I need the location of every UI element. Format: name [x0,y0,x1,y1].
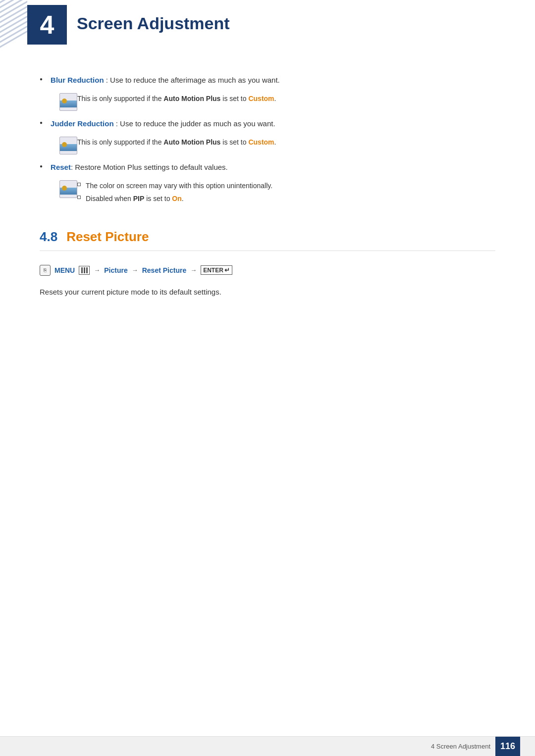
square-bullet [77,183,81,186]
stripe-line [0,0,27,14]
bullet-text-blur: Blur Reduction : Use to reduce the after… [51,74,280,86]
main-content: ● Blur Reduction : Use to reduce the aft… [0,54,535,353]
arrow3: → [190,266,197,274]
section-48: 4.8 Reset Picture ⎘ MENU → Picture → Res… [40,229,495,299]
note-icon [59,137,77,154]
judder-text: : Use to reduce the judder as much as yo… [114,119,275,128]
sub-note-2: Disabled when PIP is set to On. [77,193,272,204]
term-blur-reduction: Blur Reduction [51,76,104,84]
blur-reduction-section: ● Blur Reduction : Use to reduce the aft… [40,74,495,111]
term-reset: Reset [51,163,71,171]
menu-path: ⎘ MENU → Picture → Reset Picture → ENTER… [40,265,495,276]
path-picture: Picture [104,266,127,274]
bar3 [86,267,88,273]
sub-note-2-text: Disabled when PIP is set to On. [86,193,184,204]
bullet-text-reset: Reset: Restore Motion Plus settings to d… [51,161,228,173]
sub-note-1: The color on screen may vary with this o… [77,180,272,191]
enter-box: ENTER↵ [201,265,232,275]
arrow1: → [94,266,100,274]
enter-icon: ↵ [224,266,230,274]
sub-note-block-reset: The color on screen may vary with this o… [59,180,495,204]
footer-page-number: 116 [495,737,520,756]
remote-icon: ⎘ [40,265,51,276]
bar2 [84,267,85,273]
note-text-blur: This is only supported if the Auto Motio… [77,93,276,104]
note-icon [59,180,77,198]
bullet-dot: ● [40,163,43,169]
note-icon [59,93,77,111]
path-reset-picture: Reset Picture [142,266,186,274]
bullet-item-judder: ● Judder Reduction : Use to reduce the j… [40,118,495,130]
stripe-decoration [0,0,27,54]
chapter-number: 4 [40,12,54,38]
footer-chapter-text: 4 Screen Adjustment [431,743,490,750]
term-judder-reduction: Judder Reduction [51,119,114,128]
bullet-item-reset: ● Reset: Restore Motion Plus settings to… [40,161,495,173]
chapter-number-block: 4 [27,5,67,45]
bullet-dot: ● [40,76,43,82]
bullet-item-blur: ● Blur Reduction : Use to reduce the aft… [40,74,495,86]
sub-notes: The color on screen may vary with this o… [77,180,272,204]
page-footer: 4 Screen Adjustment 116 [0,736,535,756]
bars-icon [79,266,90,275]
chapter-title: Screen Adjustment [77,14,230,33]
square-bullet [77,196,81,199]
reset-text: : Restore Motion Plus settings to defaul… [71,163,228,171]
section-description: Resets your current picture mode to its … [40,286,495,299]
note-judder: This is only supported if the Auto Motio… [59,137,495,154]
menu-label: MENU [54,266,75,274]
judder-reduction-section: ● Judder Reduction : Use to reduce the j… [40,118,495,154]
arrow2: → [132,266,138,274]
section-48-title: Reset Picture [66,229,149,245]
page-header: 4 Screen Adjustment [0,0,535,54]
blur-text: : Use to reduce the afterimage as much a… [104,76,280,84]
section-title-line: 4.8 Reset Picture [40,229,495,251]
enter-label: ENTER [203,267,223,274]
reset-section: ● Reset: Restore Motion Plus settings to… [40,161,495,204]
note-blur: This is only supported if the Auto Motio… [59,93,495,111]
note-text-judder: This is only supported if the Auto Motio… [77,137,276,148]
bullet-dot: ● [40,120,43,125]
bullet-text-judder: Judder Reduction : Use to reduce the jud… [51,118,275,130]
bar1 [81,267,83,273]
section-48-number: 4.8 [40,229,57,245]
